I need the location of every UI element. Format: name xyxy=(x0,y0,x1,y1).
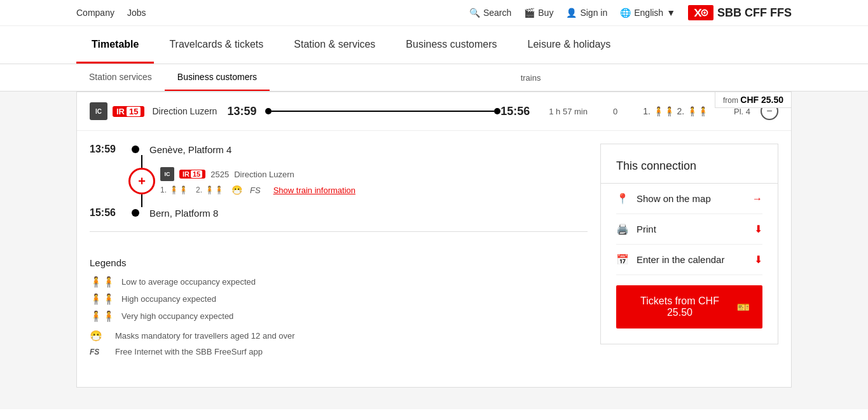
price-value: CHF 25.50 xyxy=(740,95,783,105)
print-label: Print xyxy=(637,224,656,234)
sub-station-services[interactable]: Station services xyxy=(76,64,165,91)
train-number: 2525 xyxy=(210,170,229,179)
map-arrow-icon: → xyxy=(752,193,762,205)
chevron-down-icon: ▼ xyxy=(666,8,675,18)
map-action[interactable]: 📍 Show on the map → xyxy=(616,184,762,214)
occupancy-2nd: 2. 🧍🧍 xyxy=(196,186,224,194)
direction-label: Direction Luzern xyxy=(152,106,217,116)
language-button[interactable]: 🌐 English ▼ xyxy=(620,8,675,18)
sbb-logo-box xyxy=(688,5,713,20)
arrive-stop-name: Bern, Platform 8 xyxy=(149,208,218,219)
panel-title: This connection xyxy=(616,159,762,173)
price-prefix: from xyxy=(723,96,738,105)
occ-vhigh-icon: 🧍🧍 xyxy=(90,310,115,322)
search-button[interactable]: 🔍 Search xyxy=(469,8,511,18)
ticket-icon: 🎬 xyxy=(524,8,535,18)
journey-line-col: + xyxy=(128,155,155,207)
mask-icon: 😷 xyxy=(231,185,242,195)
transfers-label: 0 xyxy=(613,107,617,116)
ic-badge-small: IC xyxy=(160,167,174,181)
train-amenities: 1. 🧍🧍 2. 🧍🧍 😷 FS Show train information xyxy=(160,185,355,195)
sbb-logo: SBB CFF FFS xyxy=(688,5,792,20)
calendar-icon: 📅 xyxy=(616,254,629,266)
ticket-btn-label: Tickets from CHF 25.50 xyxy=(629,295,731,318)
map-icon: 📍 xyxy=(616,193,629,205)
occupancy-1st: 1. 🧍🧍 xyxy=(160,186,188,194)
ticket-btn-icon: 🎫 xyxy=(737,301,750,313)
journey-middle: + IC IR 15 2525 xyxy=(128,155,588,207)
print-action-left: 🖨️ Print xyxy=(616,223,656,235)
calendar-action[interactable]: 📅 Enter in the calendar ⬇ xyxy=(616,245,762,275)
legend-divider xyxy=(90,231,588,232)
train-type-icon: IC xyxy=(90,102,107,120)
journey-section: 13:59 Genève, Platform 4 + IC xyxy=(90,144,588,374)
occ-high-icon: 🧍🧍 xyxy=(90,293,115,305)
buy-button[interactable]: 🎬 Buy xyxy=(524,8,553,18)
nav-timetable[interactable]: Timetable xyxy=(76,26,154,64)
map-label: Show on the map xyxy=(637,193,711,204)
sub-trains-label: trains xyxy=(270,65,792,90)
train-route-line: 13:59 15:56 xyxy=(227,105,539,118)
jobs-link[interactable]: Jobs xyxy=(127,8,146,18)
legend-vhigh-label: Very high occupancy expected xyxy=(121,311,233,321)
print-action[interactable]: 🖨️ Print ⬇ xyxy=(616,214,762,245)
nav-business[interactable]: Business customers xyxy=(390,26,512,64)
connection-card: from CHF 25.50 IC IR 15 Direction Luzern… xyxy=(76,91,792,388)
route-line xyxy=(272,111,494,112)
train-circle-icon: + xyxy=(128,168,155,194)
signin-button[interactable]: 👤 Sign in xyxy=(566,8,607,18)
utility-right: 🔍 Search 🎬 Buy 👤 Sign in 🌐 English ▼ xyxy=(469,5,792,20)
depart-stop-time: 13:59 xyxy=(90,144,121,155)
train-badge-row: IC IR 15 Direction Luzern xyxy=(90,102,217,120)
depart-time: 13:59 xyxy=(227,105,265,118)
main-nav: Timetable Travelcards & tickets Station … xyxy=(0,26,868,64)
price-badge: from CHF 25.50 xyxy=(715,92,791,108)
sub-business-customers[interactable]: Business customers xyxy=(165,64,270,91)
occupancy-col: 1. 🧍🧍 2. 🧍🧍 xyxy=(643,106,708,116)
print-download-icon: ⬇ xyxy=(754,223,762,235)
calendar-action-left: 📅 Enter in the calendar xyxy=(616,254,724,266)
ticket-button[interactable]: Tickets from CHF 25.50 🎫 xyxy=(616,285,762,329)
train-badges: IC IR 15 2525 Direction Luzern xyxy=(160,167,355,181)
legend-high: 🧍🧍 High occupancy expected xyxy=(90,293,588,305)
occ-2nd-icon: 2. 🧍🧍 xyxy=(677,106,708,116)
train-direction: Direction Luzern xyxy=(234,170,294,179)
sbb-logo-text: SBB CFF FFS xyxy=(717,6,792,20)
connection-summary: from CHF 25.50 IC IR 15 Direction Luzern… xyxy=(77,92,791,130)
legend-fs-label: Free Internet with the SBB FreeSurf app xyxy=(115,347,263,356)
arrive-time: 15:56 xyxy=(500,105,539,118)
legends-section: Legends 🧍🧍 Low to average occupancy expe… xyxy=(90,245,588,374)
line-top xyxy=(141,155,142,168)
occ-1st-icon: 1. 🧍🧍 xyxy=(643,106,675,116)
fs-legend-icon: FS xyxy=(90,348,109,356)
sbb-logo-svg xyxy=(693,8,708,18)
person-icon: 👤 xyxy=(566,8,577,18)
nav-station-services[interactable]: Station & services xyxy=(279,26,390,64)
legend-high-label: High occupancy expected xyxy=(121,294,216,304)
line-bottom xyxy=(141,194,142,207)
depart-dot xyxy=(265,108,272,114)
legend-fs: FS Free Internet with the SBB FreeSurf a… xyxy=(90,347,588,356)
utility-bar: Company Jobs 🔍 Search 🎬 Buy 👤 Sign in 🌐 … xyxy=(0,0,868,26)
show-train-info-link[interactable]: Show train information xyxy=(273,186,355,195)
occ-low-icon: 🧍🧍 xyxy=(90,276,115,288)
fs-label: FS xyxy=(250,186,261,195)
calendar-download-icon: ⬇ xyxy=(754,254,762,266)
arrive-stop: 15:56 Bern, Platform 8 xyxy=(90,207,588,219)
nav-leisure[interactable]: Leisure & holidays xyxy=(513,26,626,64)
depart-stop: 13:59 Genève, Platform 4 xyxy=(90,144,588,155)
arrive-stop-dot xyxy=(132,209,139,217)
legend-vhigh: 🧍🧍 Very high occupancy expected xyxy=(90,310,588,322)
occ-persons-2nd: 🧍🧍 xyxy=(205,186,224,194)
map-action-left: 📍 Show on the map xyxy=(616,193,711,205)
print-icon: 🖨️ xyxy=(616,223,629,235)
legend-low: 🧍🧍 Low to average occupancy expected xyxy=(90,276,588,288)
legend-mask-label: Masks mandatory for travellers aged 12 a… xyxy=(115,331,295,341)
arrive-stop-time: 15:56 xyxy=(90,207,121,219)
company-link[interactable]: Company xyxy=(76,8,114,18)
content-area: from CHF 25.50 IC IR 15 Direction Luzern… xyxy=(0,91,868,409)
search-icon: 🔍 xyxy=(469,8,480,18)
legend-title: Legends xyxy=(90,257,588,268)
nav-travelcards[interactable]: Travelcards & tickets xyxy=(154,26,279,64)
connection-detail: 13:59 Genève, Platform 4 + IC xyxy=(77,130,791,387)
